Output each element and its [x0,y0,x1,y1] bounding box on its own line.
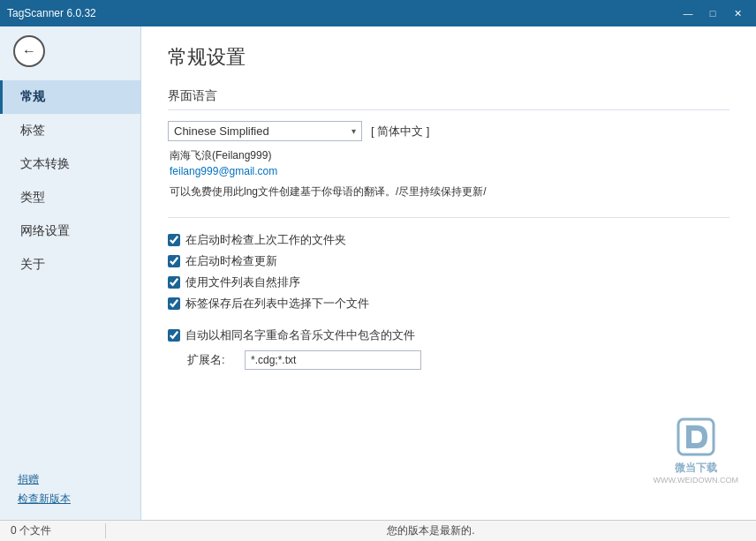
watermark: 微当下载 WWW.WEIDOWN.COM [654,415,738,485]
auto-rename-section: 自动以相同名字重命名音乐文件中包含的文件 扩展名: [168,327,730,370]
sidebar: ← 常规 标签 文本转换 类型 网络设置 关于 捐赠 检查新版本 [0,26,141,520]
sidebar-item-text-convert[interactable]: 文本转换 [0,147,140,181]
window-controls: — □ ✕ [677,4,749,22]
main-layout: ← 常规 标签 文本转换 类型 网络设置 关于 捐赠 检查新版本 常规设置 界面… [0,26,756,520]
checkbox-item-check-updates[interactable]: 在启动时检查更新 [168,253,730,269]
language-select[interactable]: Chinese Simplified English German French… [174,124,348,138]
translator-name: 南海飞浪(Feilang999) [168,148,730,163]
checkbox-label-auto-rename: 自动以相同名字重命名音乐文件中包含的文件 [185,327,415,343]
app-title: TagScanner 6.0.32 [7,7,96,19]
checkbox-item-startup-folder[interactable]: 在启动时检查上次工作的文件夹 [168,232,730,248]
maximize-button[interactable]: □ [701,4,724,22]
extension-row: 扩展名: [168,350,730,370]
checkbox-label-natural-sort: 使用文件列表自然排序 [185,274,300,290]
extension-input[interactable] [245,350,421,370]
extension-label: 扩展名: [187,352,236,368]
sidebar-bottom: 捐赠 检查新版本 [0,459,140,520]
sidebar-item-network[interactable]: 网络设置 [0,214,140,248]
watermark-brand: 微当下载 [675,461,717,476]
sidebar-item-about[interactable]: 关于 [0,248,140,282]
divider-1 [168,217,730,218]
language-display-label: [ 简体中文 ] [371,124,429,139]
checkbox-label-startup-folder: 在启动时检查上次工作的文件夹 [185,232,346,248]
language-dropdown-wrapper[interactable]: Chinese Simplified English German French… [168,121,362,141]
checkbox-label-select-next: 标签保存后在列表中选择下一个文件 [185,296,369,312]
check-updates-link[interactable]: 检查新版本 [18,492,123,507]
watermark-url: WWW.WEIDOWN.COM [654,476,738,485]
svg-rect-0 [678,419,714,455]
general-checkboxes: 在启动时检查上次工作的文件夹 在启动时检查更新 使用文件列表自然排序 标签保存后… [168,232,730,312]
section-language-title: 界面语言 [168,88,730,110]
sidebar-item-types[interactable]: 类型 [0,181,140,214]
dropdown-arrow-icon: ▾ [352,126,356,136]
watermark-logo-icon [674,415,718,459]
page-title: 常规设置 [168,44,730,71]
translator-email[interactable]: feilang999@gmail.com [168,165,730,177]
checkbox-select-next[interactable] [168,297,180,310]
statusbar: 0 个文件 您的版本是最新的. [0,520,756,541]
checkbox-check-updates[interactable] [168,255,180,267]
minimize-button[interactable]: — [677,4,699,22]
checkbox-startup-folder[interactable] [168,234,180,246]
language-row: Chinese Simplified English German French… [168,121,730,141]
checkbox-item-select-next[interactable]: 标签保存后在列表中选择下一个文件 [168,296,730,312]
titlebar: TagScanner 6.0.32 — □ ✕ [0,0,756,26]
status-text: 您的版本是最新的. [106,523,756,538]
checkbox-label-check-updates: 在启动时检查更新 [185,253,277,269]
checkbox-natural-sort[interactable] [168,276,180,289]
translator-note: 可以免费使用此lng文件创建基于你母语的翻译。/尽里持续保持更新/ [168,184,730,199]
back-button[interactable]: ← [13,35,45,67]
checkbox-auto-rename[interactable] [168,329,180,342]
checkbox-item-auto-rename[interactable]: 自动以相同名字重命名音乐文件中包含的文件 [168,327,730,343]
checkbox-item-natural-sort[interactable]: 使用文件列表自然排序 [168,274,730,290]
sidebar-item-tags[interactable]: 标签 [0,114,140,147]
file-count: 0 个文件 [0,523,106,538]
donate-link[interactable]: 捐赠 [18,472,123,487]
content-area: 常规设置 界面语言 Chinese Simplified English Ger… [141,26,756,520]
sidebar-item-general[interactable]: 常规 [0,80,140,114]
close-button[interactable]: ✕ [726,4,749,22]
